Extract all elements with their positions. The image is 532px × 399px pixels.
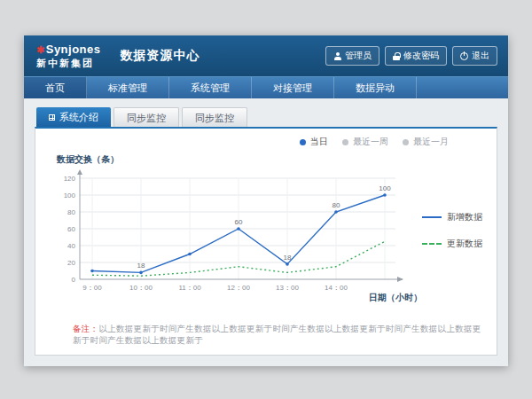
footnote-text: 以上数据更新于时间产生数据以上数据更新于时间产生数据以上数据更新于时间产生数据以… — [73, 324, 481, 345]
tab-system-intro-label: 系统介绍 — [59, 107, 98, 127]
svg-text:0: 0 — [72, 276, 76, 284]
svg-text:100: 100 — [64, 192, 76, 200]
brand-logo: ✱Synjones 新中新集团 — [24, 43, 113, 68]
chart-panel: 当日 最近一周 最近一月 数据交换（条） 0204060801001209：00… — [35, 127, 497, 356]
nav-item-system-mgmt[interactable]: 系统管理 — [169, 77, 252, 98]
svg-text:60: 60 — [67, 225, 75, 233]
filter-today-label: 当日 — [310, 136, 328, 148]
grid-icon — [49, 114, 55, 121]
solid-line-icon — [422, 216, 442, 218]
page-title: 数据资源中心 — [121, 48, 200, 64]
brand-logo-text: ✱Synjones — [36, 43, 101, 56]
svg-text:60: 60 — [235, 218, 243, 226]
y-axis-title: 数据交换（条） — [57, 153, 484, 166]
svg-text:18: 18 — [284, 254, 292, 262]
tab-sync-monitor-1[interactable]: 同步监控 — [113, 107, 179, 127]
dot-icon — [300, 139, 306, 145]
svg-text:14：00: 14：00 — [325, 284, 348, 292]
logout-button[interactable]: 退出 — [452, 46, 497, 66]
filter-today[interactable]: 当日 — [300, 136, 328, 148]
nav-item-standard-mgmt[interactable]: 标准管理 — [87, 77, 169, 98]
svg-text:80: 80 — [67, 208, 75, 216]
tab-sync-monitor-1-label: 同步监控 — [127, 108, 166, 128]
svg-text:40: 40 — [67, 242, 75, 250]
nav-item-home[interactable]: 首页 — [24, 77, 87, 98]
footnote-label: 备注： — [73, 324, 98, 333]
x-axis-title: 日期（小时） — [48, 292, 484, 304]
svg-text:18: 18 — [137, 262, 145, 270]
logo-star-icon: ✱ — [36, 44, 45, 55]
power-icon — [460, 52, 468, 60]
svg-text:13：00: 13：00 — [276, 284, 299, 292]
legend-new-data-label: 新增数据 — [447, 211, 482, 223]
admin-user-button[interactable]: 管理员 — [325, 46, 379, 66]
footnote: 备注：以上数据更新于时间产生数据以上数据更新于时间产生数据以上数据更新于时间产生… — [48, 324, 484, 347]
header-actions: 管理员 修改密码 退出 — [325, 46, 497, 66]
change-password-button[interactable]: 修改密码 — [385, 46, 447, 66]
svg-text:11：00: 11：00 — [178, 284, 201, 292]
filter-last-week-label: 最近一周 — [353, 136, 388, 148]
lock-icon — [393, 52, 400, 60]
content-area: 系统介绍 同步监控 同步监控 当日 最近一周 — [24, 98, 508, 366]
svg-text:12：00: 12：00 — [227, 284, 250, 292]
time-filter-legend: 当日 最近一周 最近一月 — [48, 136, 484, 148]
nav-item-interface-mgmt[interactable]: 对接管理 — [252, 77, 334, 98]
svg-text:20: 20 — [67, 259, 75, 267]
brand-company-name: 新中新集团 — [36, 58, 101, 68]
svg-text:120: 120 — [64, 175, 76, 183]
tab-bar: 系统介绍 同步监控 同步监控 — [35, 107, 497, 127]
change-password-label: 修改密码 — [403, 50, 439, 62]
filter-last-month-label: 最近一月 — [413, 136, 449, 148]
tab-sync-monitor-2-label: 同步监控 — [195, 108, 234, 128]
person-icon — [333, 52, 341, 60]
logout-label: 退出 — [472, 50, 489, 62]
svg-text:80: 80 — [332, 201, 340, 209]
tab-system-intro[interactable]: 系统介绍 — [36, 107, 111, 127]
admin-user-label: 管理员 — [345, 50, 372, 62]
dot-icon — [403, 139, 409, 145]
legend-updated-data-label: 更新数据 — [447, 238, 482, 250]
tab-sync-monitor-2[interactable]: 同步监控 — [182, 107, 247, 127]
line-chart: 0204060801001209：0010：0011：0012：0013：001… — [48, 168, 419, 293]
svg-text:10：00: 10：00 — [129, 284, 153, 292]
nav-item-data-change[interactable]: 数据异动 — [334, 77, 417, 98]
series-legend: 新增数据 更新数据 — [422, 211, 482, 250]
main-nav: 首页 标准管理 系统管理 对接管理 数据异动 — [24, 76, 508, 98]
chart-row: 0204060801001209：0010：0011：0012：0013：001… — [48, 168, 484, 293]
filter-last-week[interactable]: 最近一周 — [342, 136, 388, 148]
app-window: ✱Synjones 新中新集团 数据资源中心 管理员 修改密码 退出 首页 标准… — [24, 35, 508, 366]
dot-icon — [342, 139, 348, 145]
svg-text:9：00: 9：00 — [82, 284, 102, 292]
app-header: ✱Synjones 新中新集团 数据资源中心 管理员 修改密码 退出 — [24, 35, 508, 76]
svg-text:100: 100 — [379, 184, 391, 192]
filter-last-month[interactable]: 最近一月 — [403, 136, 449, 148]
dashed-line-icon — [422, 243, 442, 245]
legend-new-data[interactable]: 新增数据 — [422, 211, 482, 223]
legend-updated-data[interactable]: 更新数据 — [422, 238, 482, 250]
